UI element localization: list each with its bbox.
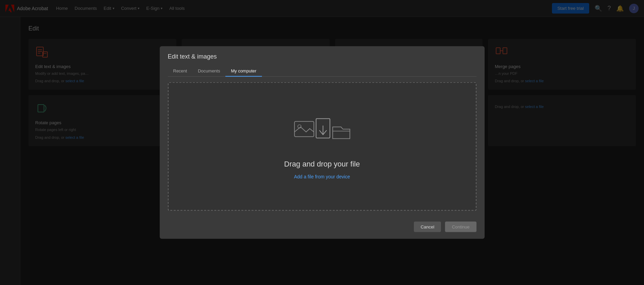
svg-rect-20 xyxy=(294,122,314,137)
modal-header: Edit text & images Recent Documents My c… xyxy=(160,46,485,77)
tab-documents[interactable]: Documents xyxy=(193,66,226,77)
tab-my-computer[interactable]: My computer xyxy=(225,66,262,77)
add-file-link[interactable]: Add a file from your device xyxy=(294,174,350,179)
file-drop-zone[interactable]: Drag and drop your file Add a file from … xyxy=(168,82,476,211)
tab-recent[interactable]: Recent xyxy=(168,66,193,77)
modal-tabs: Recent Documents My computer xyxy=(168,66,476,77)
continue-button[interactable]: Continue xyxy=(445,222,476,232)
modal-title: Edit text & images xyxy=(168,53,476,60)
file-drop-icon xyxy=(292,114,353,154)
modal-footer: Cancel Continue xyxy=(160,216,485,239)
cancel-button[interactable]: Cancel xyxy=(414,222,441,232)
modal-dialog: Edit text & images Recent Documents My c… xyxy=(160,46,485,239)
drop-zone-main-text: Drag and drop your file xyxy=(284,160,360,169)
